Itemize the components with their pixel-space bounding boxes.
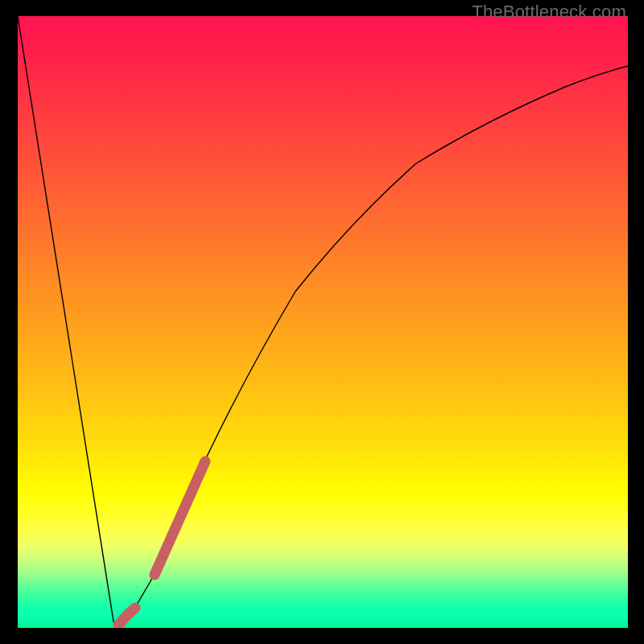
chart-frame: TheBottleneck.com <box>0 0 644 644</box>
bottleneck-curve <box>18 16 628 624</box>
plot-area <box>18 16 628 628</box>
attribution-text: TheBottleneck.com <box>472 2 626 23</box>
highlight-segment-ascending <box>155 461 205 575</box>
curve-layer <box>18 16 628 628</box>
